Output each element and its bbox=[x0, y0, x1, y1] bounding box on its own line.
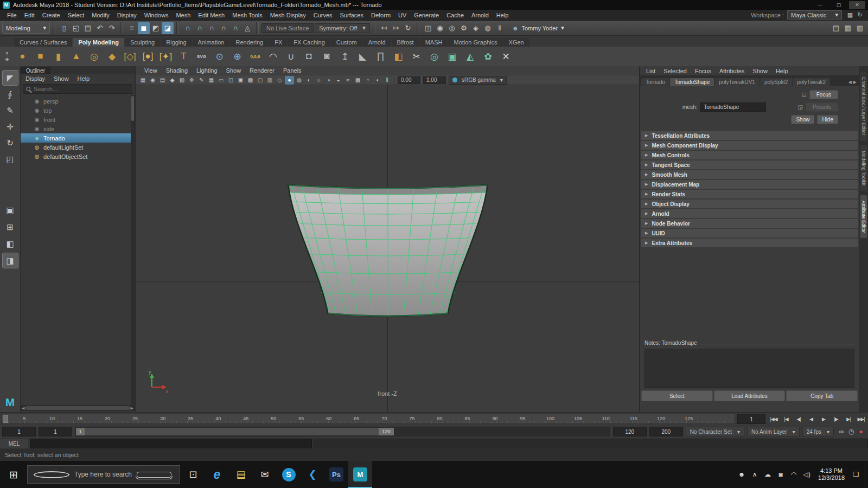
super-ellipse-icon[interactable]: [●] bbox=[139, 48, 157, 65]
mesh-name-field[interactable]: TornadoShape bbox=[700, 102, 766, 112]
range-slider-track[interactable]: 1 120 bbox=[75, 427, 610, 436]
new-scene-icon[interactable]: ▯ bbox=[58, 22, 70, 34]
menu-item[interactable]: Lighting bbox=[192, 67, 222, 74]
shelf-tab[interactable]: Custom bbox=[331, 38, 362, 47]
attribute-section[interactable]: ▶ UUID bbox=[641, 229, 858, 237]
shelf-tab[interactable]: Sculpting bbox=[125, 38, 160, 47]
attribute-section[interactable]: ▶ Smooth Mesh bbox=[641, 170, 858, 179]
shelf-tab[interactable]: Poly Modeling bbox=[73, 38, 124, 47]
skype-icon[interactable]: S bbox=[277, 461, 301, 488]
attribute-section[interactable]: ▶ Render Stats bbox=[641, 190, 858, 198]
search-input[interactable] bbox=[34, 86, 129, 92]
safe-title-icon[interactable]: ▥ bbox=[265, 76, 275, 85]
default-material-icon[interactable]: ◐ bbox=[304, 76, 314, 85]
bookmarks-icon[interactable]: ◆ bbox=[168, 76, 177, 85]
network-icon[interactable]: ◠ bbox=[787, 471, 800, 478]
svg-tool-icon[interactable]: SVG bbox=[193, 48, 210, 65]
camera-attributes-icon[interactable]: ▤ bbox=[158, 76, 167, 85]
gate-mask-icon[interactable]: ▣ bbox=[236, 76, 245, 85]
move-tool[interactable]: ✛ bbox=[3, 119, 18, 134]
anim-layer-selector[interactable]: No Anim Layer ▾ bbox=[747, 427, 800, 436]
extrude-icon[interactable]: ↥ bbox=[336, 48, 354, 65]
scroll-left-icon[interactable]: ◀ bbox=[848, 80, 852, 85]
side-tab[interactable]: Modeling Toolkit bbox=[860, 145, 867, 191]
measure-distance-icon[interactable]: ⊙ bbox=[210, 48, 228, 65]
gamma-field[interactable]: 1.00 bbox=[423, 76, 446, 84]
outliner-item[interactable]: ◍ defaultObjectSet bbox=[21, 152, 135, 161]
outliner-item[interactable]: ◉ top bbox=[21, 106, 135, 115]
motion-blur-icon[interactable]: ≈ bbox=[343, 76, 353, 85]
scrollbar-thumb[interactable] bbox=[131, 96, 134, 121]
single-pane-layout-button[interactable]: ▣ bbox=[3, 203, 18, 217]
platonic-solids-icon[interactable]: [◇] bbox=[121, 48, 139, 65]
microphone-icon[interactable] bbox=[137, 472, 171, 478]
multi-cut-icon[interactable]: ✂ bbox=[407, 48, 425, 65]
safe-action-icon[interactable]: ▢ bbox=[256, 76, 265, 85]
show-button[interactable]: Show bbox=[791, 115, 814, 124]
shelf-tab[interactable]: Rigging bbox=[161, 38, 192, 47]
fps-selector[interactable]: 24 fps ▾ bbox=[802, 427, 834, 436]
menu-item[interactable]: Focus bbox=[691, 68, 715, 74]
crease-tool-icon[interactable]: ✕ bbox=[497, 48, 515, 65]
live-surface-field[interactable]: No Live Surface bbox=[261, 23, 314, 33]
xray-icon[interactable]: ◔ bbox=[363, 76, 372, 85]
view-transform-selector[interactable]: sRGB gamma ▾ bbox=[449, 76, 507, 85]
notes-textbox[interactable] bbox=[644, 349, 854, 388]
attribute-section[interactable]: ▶ Node Behavior bbox=[641, 219, 858, 228]
field-chart-icon[interactable]: ▩ bbox=[246, 76, 255, 85]
all-lights-icon[interactable]: ☼ bbox=[314, 76, 323, 85]
step-back-key-button[interactable]: ◀| bbox=[793, 414, 805, 424]
mail-icon[interactable]: ✉ bbox=[253, 461, 277, 488]
menu-item[interactable]: Show bbox=[50, 75, 73, 82]
menu-item[interactable]: Edit bbox=[21, 12, 39, 18]
playback-range-bar[interactable]: 1 120 bbox=[76, 428, 394, 435]
launch-arnold-renderview-icon[interactable]: ◍ bbox=[482, 22, 494, 34]
outliner-item[interactable]: ◉ front bbox=[21, 115, 135, 124]
footer-button[interactable]: Load Attributes bbox=[714, 390, 786, 401]
outliner-horizontal-scrollbar[interactable]: ◀ ▶ bbox=[21, 405, 135, 411]
menu-item[interactable]: Display bbox=[113, 12, 141, 18]
rotate-tool[interactable]: ↻ bbox=[3, 136, 18, 150]
poly-cone-icon[interactable]: ▲ bbox=[67, 48, 85, 65]
menu-item[interactable]: Mesh Display bbox=[266, 12, 310, 18]
scrollbar-thumb[interactable] bbox=[25, 406, 129, 410]
select-by-component-icon[interactable]: ◩ bbox=[150, 22, 162, 34]
shelf-tab[interactable]: Motion Graphics bbox=[448, 38, 502, 47]
textured-mode-icon[interactable]: ◍ bbox=[295, 76, 304, 85]
start-button[interactable]: ⊞ bbox=[1, 461, 26, 488]
lock-camera-icon[interactable]: ◉ bbox=[148, 76, 157, 85]
menu-item[interactable]: Renderer bbox=[245, 67, 279, 74]
shelf-tab[interactable]: MASH bbox=[420, 38, 448, 47]
snap-to-view-plane-icon[interactable]: ∩ bbox=[229, 22, 241, 34]
poly-cube-icon[interactable]: ■ bbox=[31, 48, 49, 65]
playback-loop-icon[interactable]: ∞ bbox=[837, 428, 846, 435]
attribute-section[interactable]: ▶ Tessellation Attributes bbox=[641, 131, 858, 140]
command-input[interactable] bbox=[30, 439, 312, 448]
task-view-icon[interactable]: ⊡ bbox=[181, 461, 205, 488]
tab-scroll-arrows[interactable]: ◀ ▶ bbox=[847, 80, 858, 86]
poly-plane-icon[interactable]: ◆ bbox=[103, 48, 121, 65]
vscode-icon[interactable]: ❮ bbox=[301, 461, 324, 488]
shelf-tab[interactable]: FX bbox=[269, 38, 288, 47]
menu-item[interactable]: Create bbox=[39, 12, 64, 18]
node-tab[interactable]: polyTweakUV1 bbox=[714, 78, 760, 86]
attribute-section[interactable]: ▶ Mesh Controls bbox=[641, 151, 858, 159]
image-plane-icon[interactable]: ▧ bbox=[177, 76, 187, 85]
open-scene-icon[interactable]: ◱ bbox=[70, 22, 82, 34]
select-tool[interactable]: ◤ bbox=[3, 70, 18, 85]
film-gate-icon[interactable]: ▭ bbox=[216, 76, 226, 85]
range-end-handle[interactable]: 120 bbox=[379, 428, 394, 435]
close-button[interactable]: ✕ bbox=[849, 1, 865, 9]
menu-item[interactable]: UV bbox=[394, 12, 410, 18]
copy-tab-icon[interactable]: ◱ bbox=[801, 92, 806, 98]
outliner-search[interactable] bbox=[23, 84, 132, 94]
character-set-selector[interactable]: No Character Set ▾ bbox=[686, 427, 744, 436]
bridge-icon[interactable]: ∏ bbox=[372, 48, 390, 65]
menu-item[interactable]: Edit Mesh bbox=[194, 12, 228, 18]
menu-item[interactable]: Arnold bbox=[468, 12, 493, 18]
footer-button[interactable]: Copy Tab bbox=[786, 390, 858, 401]
ipr-render-icon[interactable]: ◎ bbox=[446, 22, 458, 34]
panel-layout-icon[interactable]: ▦ bbox=[845, 11, 855, 18]
scroll-right-icon[interactable]: ▶ bbox=[131, 406, 133, 410]
paint-select-tool[interactable]: ✎ bbox=[3, 103, 18, 118]
